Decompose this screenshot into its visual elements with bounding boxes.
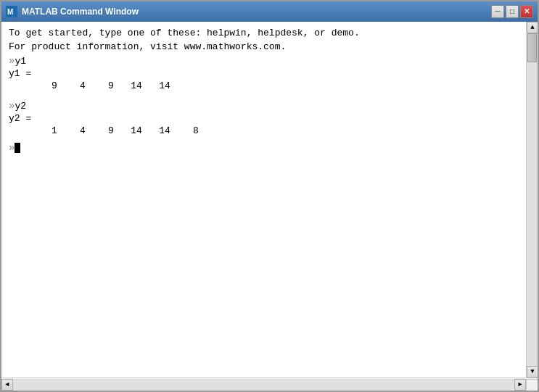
text-cursor — [15, 143, 20, 153]
scroll-right-button[interactable]: ► — [514, 379, 526, 391]
main-area: To get started, type one of these: helpw… — [1, 22, 538, 378]
spacer-1 — [9, 93, 520, 97]
title-bar: M MATLAB Command Window ─ □ ✕ — [1, 1, 538, 22]
info-line-1: To get started, type one of these: helpw… — [9, 28, 520, 38]
prompt-var-1: y1 — [15, 56, 26, 67]
minimize-button[interactable]: ─ — [491, 5, 504, 18]
output-y2-label: y2 = — [9, 113, 520, 124]
active-prompt[interactable]: » — [9, 142, 520, 154]
output-y1-data: 9 4 9 14 14 — [9, 80, 520, 91]
close-button[interactable]: ✕ — [520, 5, 533, 18]
window-controls: ─ □ ✕ — [491, 5, 533, 18]
prompt-y2: » y2 — [9, 100, 520, 112]
info-line-2: For product information, visit www.mathw… — [9, 41, 520, 52]
prompt-chevron-2: » — [9, 100, 15, 112]
maximize-button[interactable]: □ — [506, 5, 519, 18]
output-y1-label: y1 = — [9, 68, 520, 79]
output-y2-data: 1 4 9 14 14 8 — [9, 125, 520, 136]
matlab-window: M MATLAB Command Window ─ □ ✕ To get sta… — [0, 0, 539, 392]
scrollbar-corner — [526, 379, 538, 391]
active-prompt-chevron: » — [9, 142, 15, 154]
window-title: MATLAB Command Window — [22, 7, 491, 17]
scroll-down-button[interactable]: ▼ — [527, 366, 538, 378]
command-window-content[interactable]: To get started, type one of these: helpw… — [1, 22, 526, 378]
scroll-thumb-v[interactable] — [527, 33, 537, 62]
vertical-scrollbar[interactable]: ▲ ▼ — [526, 22, 538, 378]
scroll-left-button[interactable]: ◄ — [1, 379, 13, 391]
prompt-chevron-1: » — [9, 55, 15, 67]
scroll-up-button[interactable]: ▲ — [527, 22, 538, 33]
bottom-bar: ◄ ► — [1, 378, 538, 391]
svg-text:M: M — [7, 8, 13, 16]
scroll-track-h[interactable] — [13, 379, 514, 391]
prompt-var-2: y2 — [15, 101, 26, 112]
prompt-y1: » y1 — [9, 55, 520, 67]
matlab-icon: M — [6, 6, 17, 17]
horizontal-scrollbar[interactable]: ◄ ► — [1, 379, 526, 391]
scroll-track-v[interactable] — [527, 33, 538, 366]
